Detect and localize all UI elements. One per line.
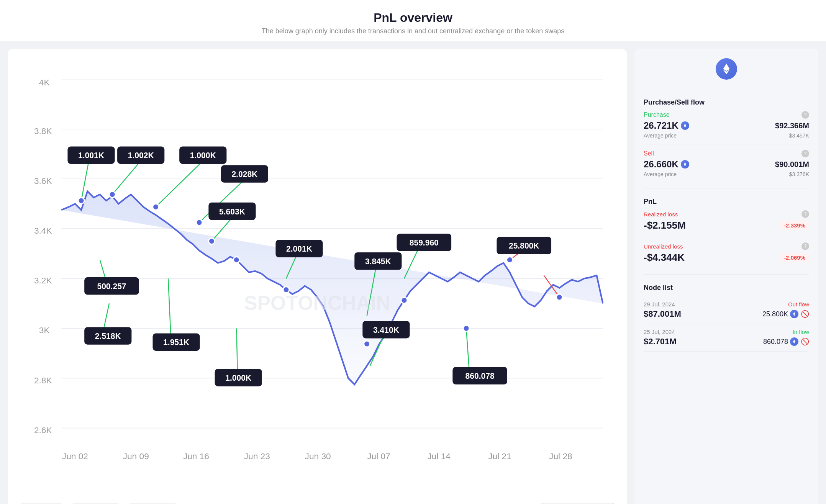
label-5603k: 5.603K <box>219 207 246 216</box>
sell-label: Sell <box>644 150 654 157</box>
realized-loss-header: Realized loss ? <box>644 210 809 218</box>
svg-line-11 <box>156 161 203 207</box>
divider-1 <box>644 93 809 93</box>
y-label-32k: 3.2K <box>34 275 52 285</box>
label-1000k-1: 1.000K <box>190 151 216 160</box>
node-list-section: Node list 29 Jul, 2024 Out flow $87.001M… <box>644 284 809 352</box>
x-label-jul21: Jul 21 <box>488 451 511 461</box>
chart-section: 4K 3.8K 3.6K 3.4K 3.2K 3K 2.8K 2.6K <box>8 49 627 504</box>
realized-loss-value: -$2.155M <box>644 219 686 231</box>
node-outflow-0: Out flow <box>788 301 809 308</box>
svg-point-32 <box>364 341 370 347</box>
label-500257: 500.257 <box>97 282 126 291</box>
purchase-values: 26.721K $92.366M <box>644 120 809 131</box>
purchase-item: Purchase ? 26.721K $92.366M Avera <box>644 111 809 139</box>
x-label-jun30: Jun 30 <box>305 451 331 461</box>
purchase-header: Purchase ? <box>644 111 809 119</box>
node-row-0: $87.001M 25.800K 🚫 <box>644 309 809 319</box>
chart-legend: ✓ Inflow ✓ Outflow ✓ Amount Group by: 1 … <box>19 497 615 504</box>
unrealized-loss-header: Unrealized loss ? <box>644 242 809 250</box>
sell-help-icon[interactable]: ? <box>801 150 809 157</box>
pnl-section: PnL Realized loss ? -$2.155M -2.339% <box>644 198 809 269</box>
eth-badge-sell <box>681 160 689 169</box>
group-by-select[interactable]: Group by: 1 day ▾ <box>540 503 615 504</box>
svg-point-28 <box>196 219 202 226</box>
page-subtitle: The below graph only includes the transa… <box>0 27 826 35</box>
svg-point-30 <box>233 257 239 263</box>
sell-avg-row: Average price $3.376K <box>644 171 809 177</box>
unrealized-loss-row: -$4.344K -2.069% <box>644 252 809 263</box>
sell-item: Sell ? 26.660K $90.001M Average p <box>644 150 809 177</box>
page-header: PnL overview The below graph only includ… <box>0 0 826 41</box>
node-item-0: 29 Jul, 2024 Out flow $87.001M 25.800K <box>644 296 809 324</box>
page-title: PnL overview <box>0 11 826 25</box>
x-label-jun02: Jun 02 <box>62 451 88 461</box>
node-amount-1: $2.701M <box>644 337 677 347</box>
label-1001k: 1.001K <box>78 151 105 160</box>
y-label-38k: 3.8K <box>34 126 52 136</box>
unrealized-loss-value: -$4.344K <box>644 252 685 263</box>
label-860078: 860.078 <box>465 371 495 380</box>
node-item-1: 25 Jul, 2024 In flow $2.701M 860.078 <box>644 324 809 352</box>
purchase-label: Purchase <box>644 111 670 118</box>
realized-loss-help-icon[interactable]: ? <box>801 210 809 218</box>
hide-icon-0[interactable]: 🚫 <box>801 310 809 318</box>
realized-loss-item: Realized loss ? -$2.155M -2.339% <box>644 210 809 231</box>
label-1002k: 1.002K <box>128 151 154 160</box>
node-eth-0: 25.800K <box>762 310 798 318</box>
sell-header: Sell ? <box>644 150 809 157</box>
eth-badge-node-0 <box>790 310 798 318</box>
ethereum-icon <box>716 58 737 80</box>
right-panel: Purchase/Sell flow Purchase ? 26.721K <box>634 49 818 504</box>
x-label-jun16: Jun 16 <box>183 451 209 461</box>
svg-point-25 <box>78 198 84 204</box>
x-label-jun23: Jun 23 <box>244 451 270 461</box>
svg-point-27 <box>152 204 159 210</box>
chart-svg: 4K 3.8K 3.6K 3.4K 3.2K 3K 2.8K 2.6K <box>19 61 615 497</box>
x-label-jul14: Jul 14 <box>427 451 451 461</box>
sell-amount: 26.660K <box>644 159 689 170</box>
node-amount-0: $87.001M <box>644 309 681 319</box>
pnl-label: PnL <box>644 198 809 206</box>
y-label-34k: 3.4K <box>34 226 52 236</box>
y-label-36k: 3.6K <box>34 176 52 186</box>
realized-loss-badge: -2.339% <box>780 221 809 230</box>
y-label-4k: 4K <box>39 77 50 87</box>
svg-point-35 <box>506 257 513 263</box>
sell-usd: $90.001M <box>775 160 809 169</box>
x-label-jul07: Jul 07 <box>367 451 390 461</box>
unrealized-loss-label: Unrealized loss <box>644 243 683 250</box>
label-2518k: 2.518K <box>95 332 121 340</box>
x-label-jun09: Jun 09 <box>123 451 149 461</box>
purchase-help-icon[interactable]: ? <box>801 111 809 119</box>
watermark: SPOTONCHAIN <box>244 292 390 314</box>
label-1951k: 1.951K <box>163 338 190 347</box>
hide-icon-1[interactable]: 🚫 <box>801 337 809 346</box>
label-25800k: 25.800K <box>509 241 539 250</box>
node-list-label: Node list <box>644 284 809 292</box>
label-3410k: 3.410K <box>373 326 400 334</box>
purchase-avg-row: Average price $3.457K <box>644 133 809 139</box>
label-859960: 859.960 <box>410 238 439 247</box>
divider-2 <box>644 144 809 144</box>
svg-point-26 <box>109 191 115 198</box>
sell-values: 26.660K $90.001M <box>644 159 809 170</box>
purchase-amount: 26.721K <box>644 120 689 131</box>
purchase-usd: $92.366M <box>775 121 809 130</box>
node-header-1: 25 Jul, 2024 In flow <box>644 329 809 335</box>
node-date-1: 25 Jul, 2024 <box>644 329 675 335</box>
unrealized-loss-help-icon[interactable]: ? <box>801 242 809 250</box>
eth-badge-purchase <box>681 121 689 130</box>
divider-4 <box>644 237 809 237</box>
svg-point-36 <box>556 294 562 300</box>
chart-wrapper: 4K 3.8K 3.6K 3.4K 3.2K 3K 2.8K 2.6K <box>19 61 615 497</box>
y-label-28k: 2.8K <box>34 375 52 385</box>
node-row-1: $2.701M 860.078 🚫 <box>644 337 809 347</box>
svg-point-34 <box>463 325 469 331</box>
svg-point-33 <box>401 297 407 303</box>
node-header-0: 29 Jul, 2024 Out flow <box>644 301 809 308</box>
y-label-3k: 3K <box>39 325 50 335</box>
unrealized-loss-badge: -2.069% <box>780 253 809 262</box>
node-inflow-1: In flow <box>793 329 809 335</box>
label-2028k: 2.028K <box>231 170 258 178</box>
